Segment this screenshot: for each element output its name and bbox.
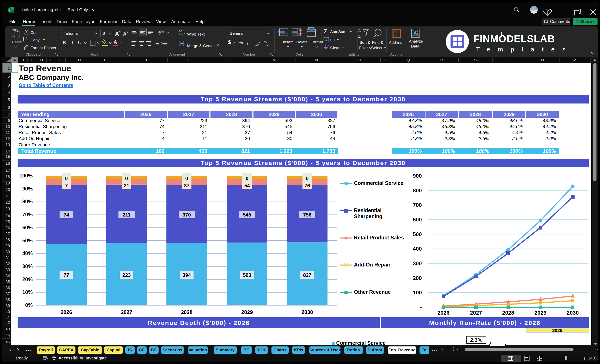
svg-text:80%: 80%: [22, 199, 33, 204]
svg-text:593: 593: [243, 272, 251, 278]
svg-text:21: 21: [124, 183, 130, 188]
svg-text:370: 370: [183, 212, 191, 218]
svg-text:20%: 20%: [22, 276, 33, 282]
svg-text:2026: 2026: [438, 310, 450, 316]
svg-text:900: 900: [413, 173, 422, 179]
svg-text:74: 74: [64, 212, 69, 218]
svg-text:40%: 40%: [22, 250, 33, 256]
svg-text:2030: 2030: [567, 310, 579, 316]
svg-text:ab: ab: [179, 29, 182, 33]
svg-text:100%: 100%: [19, 173, 33, 179]
svg-text:600: 600: [413, 217, 422, 223]
svg-text:0: 0: [185, 176, 188, 181]
svg-text:223: 223: [122, 272, 131, 278]
svg-text:-: -: [420, 304, 422, 310]
svg-text:2028: 2028: [502, 310, 514, 316]
svg-text:0: 0: [246, 176, 248, 181]
svg-text:60%: 60%: [22, 225, 33, 230]
svg-text:0: 0: [306, 176, 309, 181]
svg-text:.00: .00: [255, 43, 259, 46]
svg-text:ab: ab: [158, 30, 162, 33]
svg-text:2028: 2028: [181, 309, 192, 315]
svg-text:394: 394: [183, 272, 191, 278]
svg-text:827: 827: [303, 272, 311, 278]
svg-text:700: 700: [413, 202, 422, 208]
svg-text:2029: 2029: [534, 310, 546, 316]
svg-text:→0: →0: [264, 43, 268, 46]
svg-text:30%: 30%: [22, 264, 33, 269]
svg-text:2030: 2030: [301, 309, 313, 315]
svg-text:400: 400: [413, 246, 422, 252]
svg-text:2027: 2027: [121, 309, 132, 315]
svg-text:x: x: [9, 9, 10, 12]
svg-text:211: 211: [122, 212, 131, 218]
svg-text:2027: 2027: [470, 310, 482, 316]
svg-text:10%: 10%: [22, 289, 33, 295]
svg-text:77: 77: [64, 272, 69, 278]
svg-text:50%: 50%: [22, 237, 33, 243]
svg-text:70%: 70%: [22, 211, 33, 217]
svg-text:800: 800: [413, 187, 422, 194]
svg-text:0: 0: [125, 176, 128, 181]
svg-text:100: 100: [413, 289, 422, 296]
svg-text:.00: .00: [264, 40, 267, 43]
svg-text:200: 200: [413, 275, 422, 281]
svg-text:0%: 0%: [25, 302, 33, 308]
svg-text:7: 7: [65, 183, 68, 188]
svg-text:A: A: [358, 28, 361, 33]
svg-text:300: 300: [413, 260, 422, 266]
svg-text:90%: 90%: [22, 186, 33, 191]
svg-text:←0: ←0: [256, 40, 260, 43]
svg-text:2026: 2026: [61, 309, 72, 315]
svg-text:500: 500: [413, 231, 422, 237]
svg-text:37: 37: [184, 183, 190, 188]
svg-text:756: 756: [303, 212, 311, 218]
svg-text:c: c: [179, 32, 180, 36]
svg-text:2029: 2029: [241, 309, 253, 315]
svg-text:545: 545: [243, 212, 251, 218]
svg-text:0: 0: [65, 176, 68, 181]
svg-text:76: 76: [305, 183, 310, 188]
svg-text:Z: Z: [358, 34, 361, 38]
svg-text:54: 54: [244, 183, 250, 188]
